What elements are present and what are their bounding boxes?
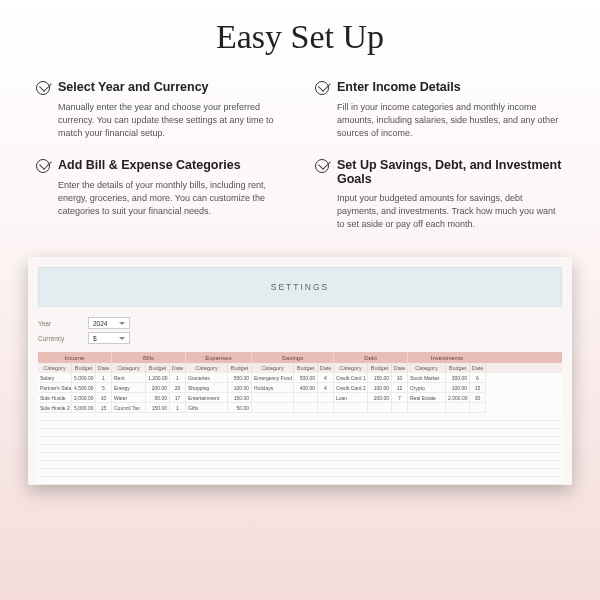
table-row[interactable]: Side Hustle2,000.0010Water50.0017Enterta… bbox=[38, 393, 562, 403]
col-date: Date bbox=[96, 363, 112, 373]
feature-income: Enter Income Details Fill in your income… bbox=[315, 80, 564, 140]
cell[interactable] bbox=[252, 403, 294, 413]
table-row[interactable]: Salary5,000.001Rent1,200.001Groceries500… bbox=[38, 373, 562, 383]
cell[interactable]: Entertainment bbox=[186, 393, 228, 403]
cell[interactable] bbox=[368, 403, 392, 413]
cell[interactable]: 4,500.00 bbox=[72, 383, 96, 393]
cell[interactable]: 5 bbox=[96, 383, 112, 393]
cell[interactable]: 200.00 bbox=[368, 393, 392, 403]
cell[interactable]: Groceries bbox=[186, 373, 228, 383]
check-icon bbox=[36, 159, 50, 173]
feature-title: Enter Income Details bbox=[337, 80, 461, 94]
cell[interactable]: Water bbox=[112, 393, 146, 403]
col-budget: Budget bbox=[446, 363, 470, 373]
cell[interactable] bbox=[252, 393, 294, 403]
cell[interactable]: 7 bbox=[392, 393, 408, 403]
cell[interactable]: 1 bbox=[170, 373, 186, 383]
section-bills: Bills bbox=[112, 352, 186, 363]
cell[interactable]: 4 bbox=[318, 373, 334, 383]
cell[interactable]: 5,000.00 bbox=[72, 373, 96, 383]
cell[interactable]: 100.00 bbox=[228, 383, 252, 393]
feature-desc: Fill in your income categories and month… bbox=[315, 101, 564, 140]
cell[interactable] bbox=[318, 393, 334, 403]
cell[interactable] bbox=[392, 403, 408, 413]
cell[interactable] bbox=[470, 403, 486, 413]
cell[interactable]: 15 bbox=[96, 403, 112, 413]
col-category: Category bbox=[334, 363, 368, 373]
cell[interactable]: Holidays bbox=[252, 383, 294, 393]
cell[interactable]: 50.00 bbox=[146, 393, 170, 403]
cell[interactable]: Credit Card 2 bbox=[334, 383, 368, 393]
cell[interactable]: 4 bbox=[318, 383, 334, 393]
cell[interactable]: Crypto bbox=[408, 383, 446, 393]
cell[interactable]: 1 bbox=[96, 373, 112, 383]
table-row[interactable]: Side Hustle 25,000.0015Council Tax150.00… bbox=[38, 403, 562, 413]
cell[interactable] bbox=[334, 403, 368, 413]
cell[interactable] bbox=[446, 403, 470, 413]
cell[interactable] bbox=[318, 403, 334, 413]
year-dropdown[interactable]: 2024 bbox=[88, 317, 130, 329]
cell[interactable]: 12 bbox=[392, 383, 408, 393]
cell[interactable]: Shopping bbox=[186, 383, 228, 393]
cell[interactable]: 30 bbox=[470, 393, 486, 403]
cell[interactable]: 10 bbox=[392, 373, 408, 383]
col-date: Date bbox=[170, 363, 186, 373]
col-category: Category bbox=[252, 363, 294, 373]
cell[interactable] bbox=[294, 393, 318, 403]
col-date: Date bbox=[392, 363, 408, 373]
spreadsheet-frame: SETTINGS Year 2024 Currency $ Income Bil… bbox=[28, 257, 572, 485]
cell[interactable]: 2,000.00 bbox=[446, 393, 470, 403]
currency-label: Currency bbox=[38, 335, 80, 342]
cell[interactable]: 100.00 bbox=[368, 383, 392, 393]
cell[interactable]: Real Estate bbox=[408, 393, 446, 403]
col-budget: Budget bbox=[294, 363, 318, 373]
section-income: Income bbox=[38, 352, 112, 363]
cell[interactable]: 150.00 bbox=[368, 373, 392, 383]
cell[interactable]: 150.00 bbox=[228, 393, 252, 403]
cell[interactable]: Partner's Salary bbox=[38, 383, 72, 393]
cell[interactable]: Council Tax bbox=[112, 403, 146, 413]
col-category: Category bbox=[112, 363, 146, 373]
cell[interactable]: 5,000.00 bbox=[72, 403, 96, 413]
cell[interactable]: 500.00 bbox=[294, 373, 318, 383]
cell[interactable]: Salary bbox=[38, 373, 72, 383]
cell[interactable]: 100.00 bbox=[446, 383, 470, 393]
cell[interactable] bbox=[408, 403, 446, 413]
section-savings: Savings bbox=[252, 352, 334, 363]
cell[interactable]: 6 bbox=[470, 373, 486, 383]
cell[interactable]: 1,200.00 bbox=[146, 373, 170, 383]
cell[interactable]: Credit Card 1 bbox=[334, 373, 368, 383]
empty-rows bbox=[38, 413, 562, 485]
cell[interactable] bbox=[294, 403, 318, 413]
feature-desc: Manually enter the year and choose your … bbox=[36, 101, 285, 140]
feature-title: Add Bill & Expense Categories bbox=[58, 158, 241, 172]
cell[interactable]: 50.00 bbox=[228, 403, 252, 413]
cell[interactable]: 2,000.00 bbox=[72, 393, 96, 403]
col-budget: Budget bbox=[228, 363, 252, 373]
cell[interactable]: 15 bbox=[470, 383, 486, 393]
cell[interactable]: Rent bbox=[112, 373, 146, 383]
cell[interactable]: 400.00 bbox=[294, 383, 318, 393]
cell[interactable]: Stock Market bbox=[408, 373, 446, 383]
cell[interactable]: 300.00 bbox=[446, 373, 470, 383]
cell[interactable]: 200.00 bbox=[146, 383, 170, 393]
cell[interactable]: Side Hustle bbox=[38, 393, 72, 403]
cell[interactable]: Gifts bbox=[186, 403, 228, 413]
cell[interactable]: 1 bbox=[170, 403, 186, 413]
cell[interactable]: 10 bbox=[96, 393, 112, 403]
cell[interactable]: Energy bbox=[112, 383, 146, 393]
feature-desc: Input your budgeted amounts for savings,… bbox=[315, 192, 564, 231]
feature-bills: Add Bill & Expense Categories Enter the … bbox=[36, 158, 285, 231]
cell[interactable]: 17 bbox=[170, 393, 186, 403]
page-title: Easy Set Up bbox=[0, 18, 600, 56]
table-row[interactable]: Partner's Salary4,500.005Energy200.0020S… bbox=[38, 383, 562, 393]
currency-dropdown[interactable]: $ bbox=[88, 332, 130, 344]
cell[interactable]: 500.00 bbox=[228, 373, 252, 383]
cell[interactable]: Side Hustle 2 bbox=[38, 403, 72, 413]
cell[interactable]: Emergency Fund bbox=[252, 373, 294, 383]
cell[interactable]: Loan bbox=[334, 393, 368, 403]
col-budget: Budget bbox=[72, 363, 96, 373]
cell[interactable]: 20 bbox=[170, 383, 186, 393]
feature-desc: Enter the details of your monthly bills,… bbox=[36, 179, 285, 218]
cell[interactable]: 150.00 bbox=[146, 403, 170, 413]
